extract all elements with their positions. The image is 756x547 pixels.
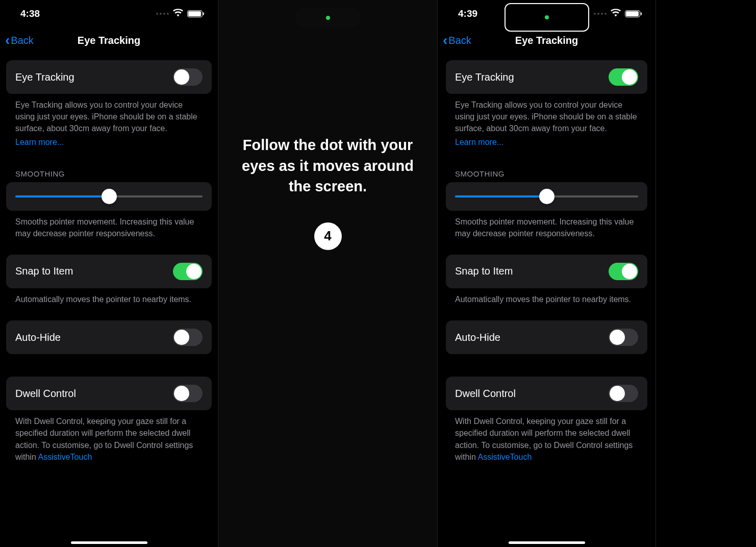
eye-tracking-toggle[interactable] [609,68,638,86]
dwell-desc: With Dwell Control, keeping your gaze st… [446,410,647,463]
smoothing-slider[interactable] [455,195,638,197]
status-time: 4:38 [20,8,40,19]
snap-row[interactable]: Snap to Item [6,255,212,288]
dwell-row[interactable]: Dwell Control [6,377,212,410]
snap-row[interactable]: Snap to Item [446,255,647,288]
autohide-label: Auto-Hide [15,332,61,343]
snap-label: Snap to Item [15,265,73,277]
autohide-toggle[interactable] [609,329,638,346]
camera-indicator-icon [545,15,549,19]
smoothing-desc: Smooths pointer movement. Increasing thi… [446,211,647,239]
smoothing-slider-cell[interactable] [446,182,647,211]
nav-bar: ‹ Back Eye Tracking [0,28,218,53]
eye-tracking-desc: Eye Tracking allows you to control your … [6,94,212,135]
assistivetouch-link[interactable]: AssistiveTouch [477,453,532,461]
autohide-row[interactable]: Auto-Hide [446,320,647,354]
slider-thumb[interactable] [539,189,555,204]
slider-thumb[interactable] [102,189,117,204]
autohide-row[interactable]: Auto-Hide [6,320,212,354]
eye-tracking-row[interactable]: Eye Tracking [6,60,212,94]
battery-icon [187,10,203,17]
dynamic-island [295,8,361,28]
calibration-countdown: 4 [314,222,342,250]
assistivetouch-link[interactable]: AssistiveTouch [38,453,92,461]
page-title: Eye Tracking [78,35,140,46]
autohide-label: Auto-Hide [455,332,500,343]
nav-bar: ‹ Back Eye Tracking [438,28,656,53]
dwell-label: Dwell Control [15,388,76,400]
home-indicator[interactable] [71,541,147,544]
page-title: Eye Tracking [515,35,578,46]
autohide-toggle[interactable] [173,329,203,346]
calibration-instruction: Follow the dot with your eyes as it move… [218,135,437,197]
smoothing-slider-cell[interactable] [6,182,212,211]
dwell-row[interactable]: Dwell Control [446,377,647,410]
wifi-icon [611,8,621,19]
cell-signal-icon [156,13,169,15]
snap-desc: Automatically moves the pointer to nearb… [446,288,647,305]
status-bar: 4:38 [0,0,218,28]
smoothing-header: SMOOTHING [6,154,212,178]
eye-tracking-toggle[interactable] [173,68,203,86]
battery-icon [625,10,640,17]
eye-tracking-row[interactable]: Eye Tracking [446,60,647,94]
wifi-icon [173,8,183,19]
snap-toggle[interactable] [173,263,203,280]
smoothing-desc: Smooths pointer movement. Increasing thi… [6,211,212,239]
eye-tracking-label: Eye Tracking [455,71,514,83]
back-button[interactable]: ‹ Back [5,35,34,46]
smoothing-header: SMOOTHING [446,154,647,178]
camera-indicator-icon [326,16,330,20]
back-label: Back [11,35,33,46]
eye-tracking-label: Eye Tracking [15,71,74,83]
home-indicator[interactable] [509,541,585,544]
dwell-label: Dwell Control [455,388,516,400]
eye-tracking-desc: Eye Tracking allows you to control your … [446,94,647,135]
snap-label: Snap to Item [455,265,513,277]
dwell-toggle[interactable] [609,385,638,402]
learn-more-link[interactable]: Learn more... [6,135,212,154]
cell-signal-icon [594,13,607,15]
status-time: 4:39 [458,8,477,19]
snap-toggle[interactable] [609,263,638,280]
dwell-toggle[interactable] [173,385,203,402]
learn-more-link[interactable]: Learn more... [446,135,647,154]
snap-desc: Automatically moves the pointer to nearb… [6,288,212,305]
back-button[interactable]: ‹ Back [443,35,471,46]
dwell-desc: With Dwell Control, keeping your gaze st… [6,410,212,463]
back-label: Back [448,35,471,46]
smoothing-slider[interactable] [15,195,203,197]
